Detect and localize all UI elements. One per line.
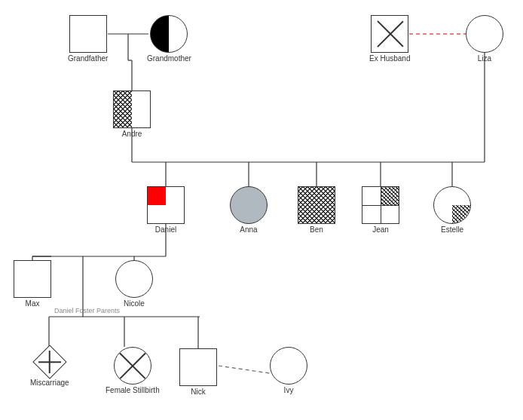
jean-label: Jean	[372, 225, 389, 234]
exhusband-label: Ex Husband	[369, 54, 410, 63]
nick-label: Nick	[191, 388, 205, 396]
daniel-node: Daniel	[147, 186, 185, 234]
miscarriage-symbol	[35, 347, 65, 377]
nicole-node: Nicole	[115, 260, 153, 308]
max-node: Max	[14, 260, 51, 308]
estelle-symbol	[433, 186, 471, 224]
ivy-symbol	[270, 347, 307, 385]
femalestillbirth-label: Female Stillbirth	[106, 386, 160, 394]
andre-label: Andre	[122, 130, 142, 138]
foster-label: Daniel Foster Parents	[54, 307, 120, 314]
nick-symbol	[179, 348, 217, 386]
nicole-symbol	[115, 260, 153, 298]
jean-node: Jean	[362, 186, 399, 234]
liza-label: Liza	[478, 54, 491, 63]
grandmother-symbol	[150, 15, 188, 53]
max-symbol	[14, 260, 51, 298]
nicole-label: Nicole	[124, 299, 145, 308]
grandfather-symbol	[69, 15, 107, 53]
max-label: Max	[26, 299, 40, 308]
genogram-canvas: Grandfather Grandmother Ex Husband Liza …	[0, 0, 523, 420]
andre-symbol	[113, 90, 151, 128]
daniel-symbol	[147, 186, 185, 224]
anna-label: Anna	[240, 225, 257, 234]
jean-symbol	[362, 186, 399, 224]
ivy-node: Ivy	[270, 347, 307, 394]
nick-node: Nick	[179, 348, 217, 396]
daniel-label: Daniel	[155, 225, 176, 234]
anna-symbol	[230, 186, 268, 224]
grandfather-label: Grandfather	[68, 54, 108, 63]
andre-node: Andre	[113, 90, 151, 138]
ben-symbol	[298, 186, 335, 224]
liza-symbol	[466, 15, 503, 53]
ben-node: Ben	[298, 186, 335, 234]
foster-label-node: Daniel Foster Parents	[54, 305, 120, 314]
miscarriage-label: Miscarriage	[30, 379, 69, 387]
ben-label: Ben	[310, 225, 323, 234]
liza-node: Liza	[466, 15, 503, 63]
estelle-node: Estelle	[433, 186, 471, 234]
femalestillbirth-symbol	[114, 347, 151, 385]
svg-line-25	[219, 366, 270, 373]
ivy-label: Ivy	[284, 386, 294, 394]
femalestillbirth-node: Female Stillbirth	[106, 347, 160, 394]
exhusband-symbol	[371, 15, 408, 53]
anna-node: Anna	[230, 186, 268, 234]
grandmother-node: Grandmother	[147, 15, 191, 63]
miscarriage-node: Miscarriage	[30, 347, 69, 387]
estelle-label: Estelle	[441, 225, 463, 234]
exhusband-node: Ex Husband	[369, 15, 410, 63]
grandmother-label: Grandmother	[147, 54, 191, 63]
grandfather-node: Grandfather	[68, 15, 108, 63]
